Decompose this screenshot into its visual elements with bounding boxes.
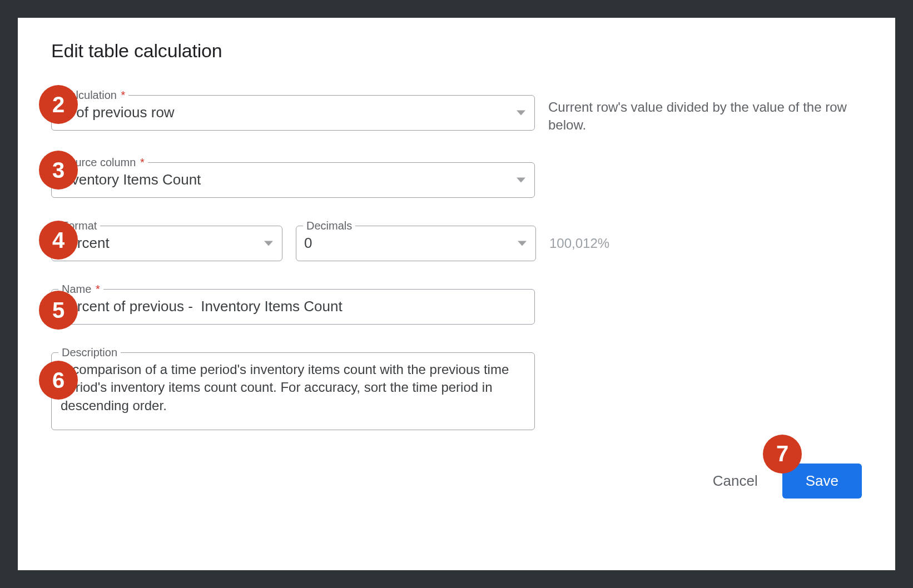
annotation-badge-6: 6 [39, 361, 78, 400]
annotation-badge-2: 2 [39, 85, 78, 124]
edit-table-calculation-dialog: Edit table calculation 2 3 4 5 6 Calcula… [18, 18, 895, 570]
decimals-value: 0 [304, 233, 513, 253]
description-label: Description [58, 346, 121, 359]
decimals-label: Decimals [303, 220, 355, 232]
annotation-badge-4: 4 [39, 221, 78, 260]
decimals-select[interactable]: Decimals 0 [296, 226, 536, 261]
annotation-badge-7: 7 [763, 435, 802, 474]
cancel-button[interactable]: Cancel [707, 466, 763, 496]
calculation-select[interactable]: Calculation * % of previous row [51, 95, 535, 131]
description-field-wrapper: Description [51, 352, 535, 430]
format-example-text: 100,012% [549, 226, 609, 251]
chevron-down-icon [517, 177, 525, 182]
description-textarea[interactable] [59, 360, 527, 421]
dialog-title: Edit table calculation [51, 40, 862, 62]
calculation-helper-text: Current row's value divided by the value… [548, 95, 860, 134]
chevron-down-icon [518, 241, 527, 246]
format-value: Percent [59, 233, 260, 253]
annotation-badge-5: 5 [39, 291, 78, 330]
format-select[interactable]: Format Percent [51, 226, 282, 261]
name-input[interactable] [59, 297, 527, 316]
source-column-value: Inventory Items Count [59, 170, 512, 190]
chevron-down-icon [264, 241, 273, 246]
chevron-down-icon [517, 111, 525, 116]
annotation-badge-3: 3 [39, 151, 78, 190]
source-column-select[interactable]: Source column * Inventory Items Count [51, 162, 535, 198]
calculation-value: % of previous row [59, 103, 512, 122]
name-field-wrapper: Name * [51, 289, 535, 325]
